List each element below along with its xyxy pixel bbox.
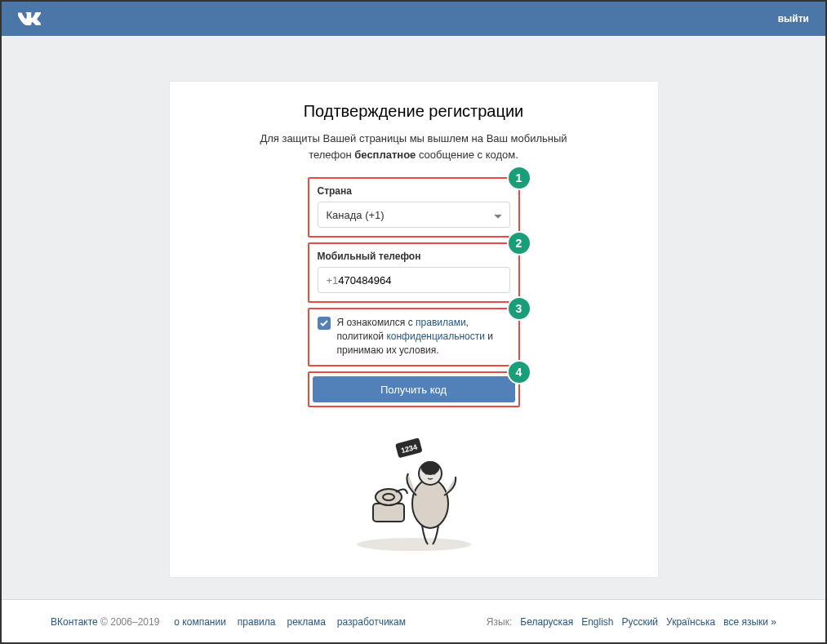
- vk-logo[interactable]: [18, 12, 41, 25]
- form-container: 1 Страна Канада (+1) 2 Мобильный телефон…: [308, 177, 520, 407]
- country-section: 1 Страна Канада (+1): [308, 177, 520, 238]
- registration-card: Подтверждение регистрации Для защиты Ваш…: [169, 81, 659, 578]
- app-header: выйти: [2, 2, 825, 36]
- main-content: Подтверждение регистрации Для защиты Ваш…: [2, 36, 825, 600]
- phone-input[interactable]: +1470484964: [318, 267, 510, 293]
- get-code-button[interactable]: Получить код: [313, 376, 515, 402]
- page-subtitle: Для защиты Вашей страницы мы вышлем на В…: [202, 131, 625, 162]
- footer-rules[interactable]: правила: [238, 616, 276, 628]
- step-badge-3: 3: [507, 296, 531, 321]
- country-select[interactable]: Канада (+1): [318, 202, 510, 228]
- country-select-wrap: Канада (+1): [318, 202, 510, 228]
- terms-checkbox[interactable]: [318, 317, 331, 330]
- footer-nav: о компании правила реклама разработчикам: [174, 616, 406, 628]
- lang-by[interactable]: Беларуская: [520, 616, 573, 628]
- svg-rect-1: [373, 504, 404, 522]
- step-badge-1: 1: [507, 166, 531, 190]
- country-label: Страна: [318, 185, 510, 197]
- svg-point-0: [357, 538, 471, 551]
- lang-label: Язык:: [487, 616, 512, 628]
- submit-section: 4 Получить код: [308, 371, 520, 407]
- lang-ru[interactable]: Русский: [622, 616, 659, 628]
- footer-about[interactable]: о компании: [174, 616, 226, 628]
- footer-devs[interactable]: разработчикам: [337, 616, 406, 628]
- footer-left: ВКонтакте © 2006–2019 о компании правила…: [51, 616, 406, 628]
- logout-link[interactable]: выйти: [778, 13, 809, 24]
- phone-label: Мобильный телефон: [318, 251, 510, 262]
- terms-row: Я ознакомился с правилами, политикой кон…: [318, 316, 510, 357]
- copyright: ВКонтакте © 2006–2019: [51, 616, 159, 628]
- svg-point-6: [425, 473, 427, 475]
- footer-ads[interactable]: реклама: [287, 616, 325, 628]
- svg-point-7: [433, 473, 435, 475]
- rules-link[interactable]: правилами: [416, 317, 466, 328]
- brand-link[interactable]: ВКонтакте: [51, 616, 98, 628]
- step-badge-2: 2: [507, 231, 531, 255]
- terms-text: Я ознакомился с правилами, политикой кон…: [337, 316, 510, 357]
- phone-section: 2 Мобильный телефон +1470484964: [308, 242, 520, 303]
- footer: ВКонтакте © 2006–2019 о компании правила…: [2, 600, 825, 644]
- lang-en[interactable]: English: [581, 616, 613, 628]
- lang-list: Беларуская English Русский Українська вс…: [520, 616, 776, 628]
- page-title: Подтверждение регистрации: [202, 102, 625, 121]
- svg-point-4: [412, 479, 448, 528]
- privacy-link[interactable]: конфиденциальности: [386, 331, 485, 342]
- terms-section: 3 Я ознакомился с правилами, политикой к…: [308, 308, 520, 366]
- step-badge-4: 4: [507, 360, 531, 384]
- lang-all[interactable]: все языки »: [723, 616, 776, 628]
- footer-right: Язык: Беларуская English Русский Українс…: [487, 616, 776, 628]
- lang-ua[interactable]: Українська: [666, 616, 715, 628]
- illustration: 1234: [202, 430, 625, 553]
